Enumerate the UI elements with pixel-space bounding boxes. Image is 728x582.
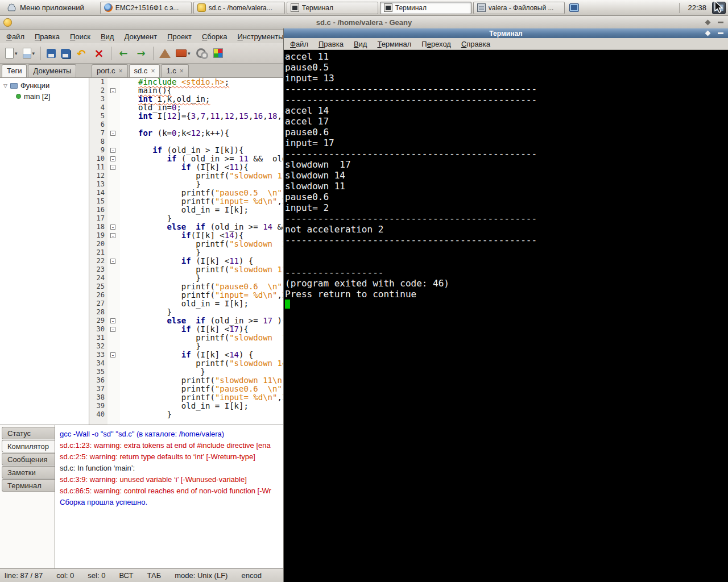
message-tab-Сообщения[interactable]: Сообщения: [2, 453, 55, 465]
code-text[interactable]: printf("input= %d\n",I: [120, 291, 287, 300]
code-text[interactable]: if(I[k] <14){: [120, 231, 243, 240]
code-text[interactable]: }: [120, 308, 172, 317]
toolbar-navigate-back-button[interactable]: [115, 45, 131, 61]
window-minimize-icon[interactable]: [718, 22, 723, 23]
toolbar-save-all-button[interactable]: [59, 45, 72, 61]
code-text[interactable]: if (I[k] <17){: [120, 325, 249, 334]
editor-tab-port.c[interactable]: port.c×: [92, 64, 128, 77]
taskbar-button-file-manager[interactable]: valera - Файловый ...: [473, 2, 565, 14]
menu-item-Документ[interactable]: Документ: [119, 30, 162, 43]
editor-tab-1.c[interactable]: 1.c×: [161, 64, 188, 77]
systray-icon[interactable]: [569, 3, 579, 12]
code-text[interactable]: main(){: [120, 86, 172, 95]
fold-collapse-icon[interactable]: -: [110, 88, 115, 93]
code-text[interactable]: printf("slowdown 11\: [120, 265, 292, 274]
message-tab-Заметки[interactable]: Заметки: [2, 466, 55, 479]
code-text[interactable]: int i,k,old_in;: [120, 95, 210, 103]
sidebar-tab-Документы[interactable]: Документы: [28, 64, 76, 77]
terminal-menu-Терминал[interactable]: Терминал: [372, 39, 416, 49]
close-tab-icon[interactable]: ×: [119, 68, 123, 74]
code-text[interactable]: }: [120, 410, 172, 419]
code-text[interactable]: printf("slowdown 1: [120, 334, 287, 342]
code-text[interactable]: printf("pause0.6 \n": [120, 282, 282, 291]
toolbar-compile-button[interactable]: [158, 45, 172, 61]
terminal-menu-Файл[interactable]: Файл: [285, 39, 313, 49]
code-text[interactable]: printf("slowdown 11\n": [120, 376, 287, 385]
code-text[interactable]: for (k=0;k<12;k++){: [120, 129, 229, 138]
toolbar-build-button[interactable]: ▾: [174, 45, 192, 61]
taskbar-button-geany[interactable]: sd.c - /home/valera...: [193, 2, 285, 14]
toolbar-close-button[interactable]: [91, 45, 107, 61]
window-shade-icon[interactable]: [705, 31, 711, 36]
fold-collapse-icon[interactable]: -: [110, 156, 115, 161]
sidebar-tab-Теги[interactable]: Теги: [2, 64, 27, 77]
terminal-menu-Справка[interactable]: Справка: [456, 39, 495, 49]
toolbar-color-chooser-button[interactable]: [212, 45, 225, 61]
code-text[interactable]: printf("slowdown 14\: [120, 359, 292, 368]
terminal-titlebar[interactable]: Терминал: [284, 28, 728, 38]
menu-item-Проект[interactable]: Проект: [162, 30, 197, 43]
window-minimize-icon[interactable]: [718, 32, 723, 34]
expander-icon[interactable]: ▽: [3, 83, 7, 89]
toolbar-revert-button[interactable]: [73, 45, 89, 61]
message-tab-Терминал[interactable]: Терминал: [2, 479, 55, 492]
toolbar-save-button[interactable]: [45, 45, 57, 61]
toolbar-new-file-button[interactable]: ▾: [3, 45, 19, 61]
close-tab-icon[interactable]: ×: [151, 68, 155, 74]
code-text[interactable]: printf("input= %d\n",I: [120, 197, 287, 206]
close-tab-icon[interactable]: ×: [180, 68, 184, 74]
code-text[interactable]: [120, 138, 138, 146]
toolbar-open-file-button[interactable]: ▾: [21, 45, 37, 61]
code-text[interactable]: old_in=0;: [120, 103, 181, 112]
code-text[interactable]: }: [120, 180, 201, 189]
menu-item-Вид[interactable]: Вид: [96, 30, 119, 43]
fold-collapse-icon[interactable]: -: [110, 233, 115, 238]
code-text[interactable]: old_in = I[k];: [120, 300, 249, 308]
menu-item-Инструменты[interactable]: Инструменты: [232, 30, 288, 43]
code-text[interactable]: printf("slowdown 14: [120, 240, 292, 248]
code-text[interactable]: old_in = I[k];: [120, 206, 249, 214]
fold-collapse-icon[interactable]: -: [110, 327, 115, 332]
window-shade-icon[interactable]: [705, 20, 711, 26]
terminal-menu-Правка[interactable]: Правка: [313, 39, 349, 49]
code-text[interactable]: }: [120, 274, 201, 282]
menu-item-Файл[interactable]: Файл: [1, 30, 30, 43]
taskbar-button-terminal[interactable]: Терминал: [287, 2, 378, 14]
fold-collapse-icon[interactable]: -: [110, 352, 115, 357]
menu-item-Правка[interactable]: Правка: [30, 30, 65, 43]
code-text[interactable]: int I[12]={3,7,11,12,15,16,18,1: [120, 112, 287, 120]
terminal-menu-Вид[interactable]: Вид: [349, 39, 373, 49]
code-text[interactable]: }: [120, 248, 201, 257]
code-text[interactable]: if (I[k] <11) {: [120, 257, 253, 265]
code-text[interactable]: }: [120, 342, 201, 351]
code-text[interactable]: }: [120, 368, 205, 376]
code-text[interactable]: old_in = I[k];: [120, 402, 249, 410]
code-text[interactable]: [120, 120, 138, 129]
fold-collapse-icon[interactable]: -: [110, 259, 115, 264]
applications-menu-button[interactable]: Меню приложений: [2, 1, 89, 15]
code-text[interactable]: else if (old_in >= 17 ){: [120, 317, 287, 325]
fold-collapse-icon[interactable]: -: [110, 318, 115, 323]
fold-collapse-icon[interactable]: -: [110, 148, 115, 153]
code-text[interactable]: printf("pause0.6 \n": [120, 385, 282, 393]
toolbar-execute-button[interactable]: [194, 45, 210, 61]
message-tab-Статус[interactable]: Статус: [2, 427, 55, 439]
code-text[interactable]: printf("input= %d\n",I: [120, 393, 287, 402]
symbol-item[interactable]: main [2]: [0, 91, 89, 102]
code-text[interactable]: printf("slowdown 11: [120, 172, 287, 180]
message-tab-Компилятор[interactable]: Компилятор: [2, 440, 55, 452]
code-text[interactable]: else if (old_in >= 14 &&: [120, 223, 287, 231]
menu-item-Сборка[interactable]: Сборка: [197, 30, 233, 43]
taskbar-button-terminal[interactable]: Терминал: [380, 2, 471, 14]
geany-titlebar[interactable]: sd.c - /home/valera - Geany: [0, 16, 728, 30]
code-text[interactable]: if (old_in > I[k]){: [120, 146, 243, 155]
code-text[interactable]: printf("pause0.5 \n": [120, 189, 282, 197]
editor-tab-sd.c[interactable]: sd.c×: [129, 64, 160, 77]
terminal-menu-Переход[interactable]: Переход: [416, 39, 456, 49]
fold-collapse-icon[interactable]: -: [110, 225, 115, 230]
toolbar-navigate-forward-button[interactable]: [133, 45, 149, 61]
code-text[interactable]: }: [120, 214, 172, 223]
code-text[interactable]: if (I[k] <11){: [120, 163, 249, 172]
symbols-root-row[interactable]: ▽ Функции: [0, 80, 89, 91]
taskbar-button-firefox[interactable]: EMC2+1516Ф1 с э...: [100, 2, 192, 14]
